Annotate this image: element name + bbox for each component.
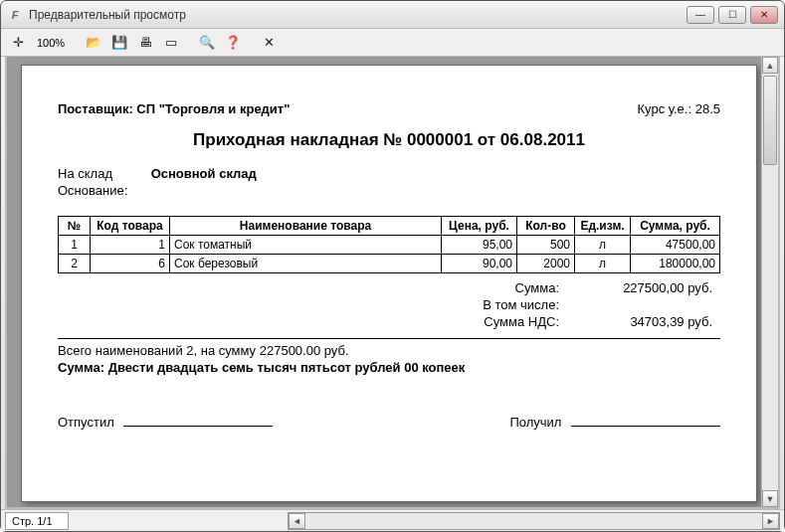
cell-code: 6 [91,255,170,273]
hscroll-track[interactable] [305,513,762,529]
cell-qty: 2000 [517,255,575,273]
minimize-button[interactable]: — [687,6,714,24]
summary-words: Двести двадцать семь тысяч пятьсот рубле… [108,360,466,375]
table-row: 11Сок томатный95,00500л47500,00 [59,236,720,255]
rate-label: Курс у.е.: [638,101,692,116]
cell-unit: л [575,255,631,273]
scroll-track[interactable] [762,74,778,490]
app-icon: F [7,7,23,23]
col-code: Код товара [91,217,170,236]
col-sum: Сумма, руб. [631,217,720,236]
cell-code: 1 [91,236,170,255]
supplier-label: Поставщик: [58,101,133,116]
save-icon[interactable]: 💾 [108,32,130,54]
total-sum-label: Сумма: [450,280,559,295]
summary-words-label: Сумма: [58,360,104,375]
scroll-down-icon[interactable]: ▼ [762,490,778,507]
total-sum-value: 227500,00 руб. [583,280,712,295]
scroll-thumb[interactable] [763,76,777,165]
help-icon[interactable]: ❓ [222,32,244,54]
col-price: Цена, руб. [442,217,517,236]
total-vat-label: Сумма НДС: [450,314,559,329]
open-icon[interactable]: 📂 [83,32,104,54]
basis-label: Основание: [58,183,147,198]
cell-num: 2 [59,255,91,273]
window-buttons: — ☐ ✕ [687,6,778,24]
released-line [123,426,273,427]
cell-num: 1 [59,236,91,255]
cell-unit: л [575,236,631,255]
new-page-icon[interactable]: ▭ [160,32,182,54]
workspace: Поставщик: СП "Торговля и кредит" Курс у… [5,57,780,509]
titlebar: F Предварительный просмотр — ☐ ✕ [1,1,784,29]
toolbar: ✛ 100% 📂 💾 🖶 ▭ 🔍 ❓ ✕ [1,29,784,57]
find-icon[interactable]: 🔍 [196,32,218,54]
rate-value: 28.5 [695,101,720,116]
cell-sum: 180000,00 [631,255,720,273]
total-incl-value [583,297,712,312]
cell-sum: 47500,00 [631,236,720,255]
vertical-scrollbar[interactable]: ▲ ▼ [761,57,778,507]
col-unit: Ед.изм. [575,217,631,236]
print-icon[interactable]: 🖶 [134,32,156,54]
horizontal-scrollbar[interactable]: ◄ ► [288,512,780,530]
cell-qty: 500 [517,236,575,255]
document-page: Поставщик: СП "Торговля и кредит" Курс у… [21,65,757,502]
col-name: Наименование товара [170,217,442,236]
received-label: Получил [509,415,561,430]
close-preview-icon[interactable]: ✕ [258,32,280,54]
supplier-name: СП "Торговля и кредит" [136,101,290,116]
window-title: Предварительный просмотр [29,8,687,22]
items-table: № Код товара Наименование товара Цена, р… [58,216,720,273]
scroll-right-icon[interactable]: ► [762,513,779,529]
fit-page-icon[interactable]: ✛ [7,32,29,54]
page-indicator: Стр. 1/1 [5,512,69,530]
table-row: 26Сок березовый90,002000л180000,00 [59,255,720,273]
zoom-level[interactable]: 100% [33,37,69,49]
cell-name: Сок березовый [170,255,442,273]
summary-count: Всего наименований 2, на сумму 227500.00… [58,343,720,358]
cell-price: 90,00 [442,255,517,273]
col-qty: Кол-во [517,217,575,236]
total-incl-label: В том числе: [450,297,559,312]
cell-name: Сок томатный [170,236,442,255]
to-store-label: На склад [58,166,147,181]
received-line [571,426,720,427]
released-label: Отпустил [58,415,114,430]
to-store-value: Основной склад [151,166,257,181]
maximize-button[interactable]: ☐ [718,6,746,24]
app-window: F Предварительный просмотр — ☐ ✕ ✛ 100% … [0,0,785,532]
document-title: Приходная накладная № 0000001 от 06.08.2… [58,130,720,150]
scroll-up-icon[interactable]: ▲ [762,57,778,74]
col-num: № [59,217,91,236]
close-button[interactable]: ✕ [750,6,778,24]
cell-price: 95,00 [442,236,517,255]
total-vat-value: 34703,39 руб. [583,314,712,329]
statusbar: Стр. 1/1 ◄ ► [1,509,784,531]
totals-block: Сумма: 227500,00 руб. В том числе: Сумма… [58,279,720,330]
scroll-left-icon[interactable]: ◄ [289,513,305,529]
